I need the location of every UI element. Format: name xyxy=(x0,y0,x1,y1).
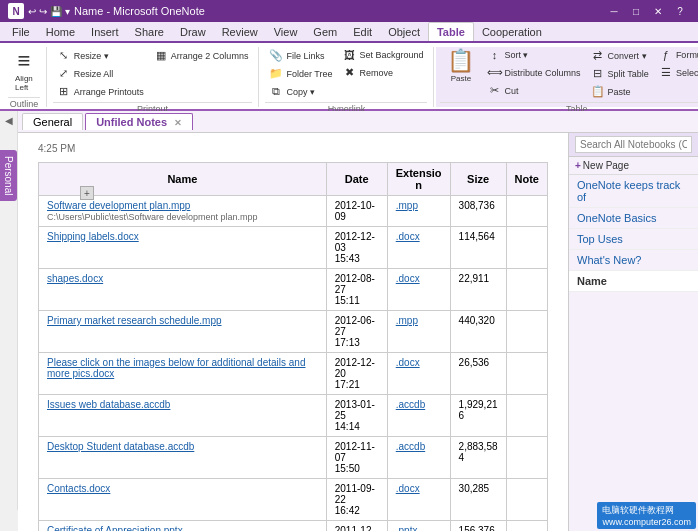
minimize-btn[interactable]: ─ xyxy=(604,4,624,18)
undo-btn[interactable]: ↩ xyxy=(28,6,36,17)
paste-btn[interactable]: 📋 Paste xyxy=(440,47,481,86)
table-cell-note xyxy=(506,311,547,353)
table-cell-size: 22,911 xyxy=(450,269,506,311)
file-link[interactable]: shapes.docx xyxy=(47,273,103,284)
convert-btn[interactable]: ⇄ Convert ▾ xyxy=(587,47,653,64)
file-link[interactable]: Primary market research schedule.mpp xyxy=(47,315,222,326)
arrange-printouts-btn[interactable]: ⊞ Arrange Printouts xyxy=(53,83,148,100)
new-page-btn[interactable]: + New Page xyxy=(569,157,698,175)
tab-table[interactable]: Table xyxy=(428,22,474,41)
cut-btn[interactable]: ✂ Cut xyxy=(483,82,584,99)
resize-icon: ⤡ xyxy=(57,49,71,62)
paste2-btn[interactable]: 📋 Paste xyxy=(587,83,653,100)
select-btn[interactable]: ☰ Select xyxy=(655,64,698,81)
convert-icon: ⇄ xyxy=(591,49,605,62)
right-panel-item[interactable]: What's New? xyxy=(569,250,698,271)
copy-icon: ⧉ xyxy=(269,85,283,98)
tab-close-icon[interactable]: ✕ xyxy=(174,118,182,128)
table-cell-ext: .docx xyxy=(387,479,450,521)
file-link[interactable]: Issues web database.accdb xyxy=(47,399,170,410)
ext-link[interactable]: .docx xyxy=(396,357,420,368)
table-cell-ext: .docx xyxy=(387,269,450,311)
ext-link[interactable]: .mpp xyxy=(396,315,418,326)
right-panel-item[interactable]: OneNote keeps track of xyxy=(569,175,698,208)
copy-btn[interactable]: ⧉ Copy ▾ xyxy=(265,83,336,100)
sidebar-collapse-btn[interactable]: ◀ xyxy=(5,115,13,126)
tab-object[interactable]: Object xyxy=(380,23,428,41)
paste-icon: 📋 xyxy=(447,50,474,72)
right-panel-item[interactable]: Top Uses xyxy=(569,229,698,250)
ext-link[interactable]: .mpp xyxy=(396,200,418,211)
ribbon-body: ≡ AlignLeft Outline ⤡ Resize ▾ ⤢ Resize … xyxy=(0,43,698,111)
table-cell-size: 308,736 xyxy=(450,196,506,227)
tab-home[interactable]: Home xyxy=(38,23,83,41)
ext-link[interactable]: .docx xyxy=(396,273,420,284)
tab-view[interactable]: View xyxy=(266,23,306,41)
tab-general[interactable]: General xyxy=(22,113,83,130)
sort-btn[interactable]: ↕ Sort ▾ xyxy=(483,47,584,63)
arrange-2col-btn[interactable]: ▦ Arrange 2 Columns xyxy=(150,47,253,64)
folder-tree-btn[interactable]: 📁 Folder Tree xyxy=(265,65,336,82)
remove-btn[interactable]: ✖ Remove xyxy=(338,64,427,81)
close-btn[interactable]: ✕ xyxy=(648,4,668,18)
formula-btn[interactable]: ƒ Formula xyxy=(655,47,698,63)
tab-gem[interactable]: Gem xyxy=(305,23,345,41)
table-row: Certificate of Appreciation.pptx 2011-12… xyxy=(39,521,548,532)
right-panel-item[interactable]: OneNote Basics xyxy=(569,208,698,229)
window-title: Name - Microsoft OneNote xyxy=(74,5,205,17)
file-link[interactable]: Shipping labels.docx xyxy=(47,231,139,242)
file-link[interactable]: Contacts.docx xyxy=(47,483,110,494)
file-link[interactable]: Desktop Student database.accdb xyxy=(47,441,194,452)
tab-file[interactable]: File xyxy=(4,23,38,41)
resize-all-icon: ⤢ xyxy=(57,67,71,80)
tab-share[interactable]: Share xyxy=(127,23,172,41)
remove-icon: ✖ xyxy=(342,66,356,79)
right-panel-active-page[interactable]: Name xyxy=(569,271,698,292)
table-cell-note xyxy=(506,269,547,311)
file-link[interactable]: Software development plan.mpp xyxy=(47,200,190,211)
table-cell-date: 2011-12-0612:36 xyxy=(326,521,387,532)
search-input[interactable] xyxy=(575,136,692,153)
distribute-icon: ⟺ xyxy=(487,66,501,79)
tab-unfiled-notes[interactable]: Unfiled Notes ✕ xyxy=(85,113,193,130)
set-background-btn[interactable]: 🖼 Set Background xyxy=(338,47,427,63)
col-header-size: Size xyxy=(450,163,506,196)
table-cell-ext: .docx xyxy=(387,353,450,395)
tab-review[interactable]: Review xyxy=(214,23,266,41)
ext-link[interactable]: .accdb xyxy=(396,399,425,410)
table-cell-date: 2012-12-0315:43 xyxy=(326,227,387,269)
file-links-btn[interactable]: 📎 File Links xyxy=(265,47,336,64)
resize-btn[interactable]: ⤡ Resize ▾ xyxy=(53,47,148,64)
align-left-icon: ≡ xyxy=(17,50,30,72)
table-cell-ext: .accdb xyxy=(387,395,450,437)
file-link[interactable]: Please click on the images below for add… xyxy=(47,357,306,379)
personal-tab[interactable]: Personal xyxy=(0,150,17,201)
note-area[interactable]: 4:25 PM + Name Date Extension Size Note xyxy=(18,133,568,531)
tab-edit[interactable]: Edit xyxy=(345,23,380,41)
customize-btn[interactable]: ▾ xyxy=(65,6,70,17)
maximize-btn[interactable]: □ xyxy=(626,4,646,18)
content-area: General Unfiled Notes ✕ 4:25 PM + Name xyxy=(18,111,698,510)
table-cell-size: 440,320 xyxy=(450,311,506,353)
ext-link[interactable]: .accdb xyxy=(396,441,425,452)
align-left-btn[interactable]: ≡ AlignLeft xyxy=(8,47,40,95)
tab-insert[interactable]: Insert xyxy=(83,23,127,41)
tab-draw[interactable]: Draw xyxy=(172,23,214,41)
add-row-btn[interactable]: + xyxy=(80,186,94,200)
ext-link[interactable]: .pptx xyxy=(396,525,418,531)
ext-link[interactable]: .docx xyxy=(396,231,420,242)
redo-btn[interactable]: ↪ xyxy=(39,6,47,17)
distribute-columns-btn[interactable]: ⟺ Distribute Columns xyxy=(483,64,584,81)
help-btn[interactable]: ? xyxy=(670,4,690,18)
watermark: 电脑软硬件教程网www.computer26.com xyxy=(597,502,696,529)
tab-cooperation[interactable]: Cooperation xyxy=(474,23,550,41)
bg-icon: 🖼 xyxy=(342,49,356,61)
page-tabs-row: General Unfiled Notes ✕ xyxy=(18,111,698,133)
save-btn[interactable]: 💾 xyxy=(50,6,62,17)
split-table-btn[interactable]: ⊟ Split Table xyxy=(587,65,653,82)
ext-link[interactable]: .docx xyxy=(396,483,420,494)
table-cell-ext: .accdb xyxy=(387,437,450,479)
table-row: Issues web database.accdb 2013-01-2514:1… xyxy=(39,395,548,437)
resize-all-btn[interactable]: ⤢ Resize All xyxy=(53,65,148,82)
file-link[interactable]: Certificate of Appreciation.pptx xyxy=(47,525,183,531)
